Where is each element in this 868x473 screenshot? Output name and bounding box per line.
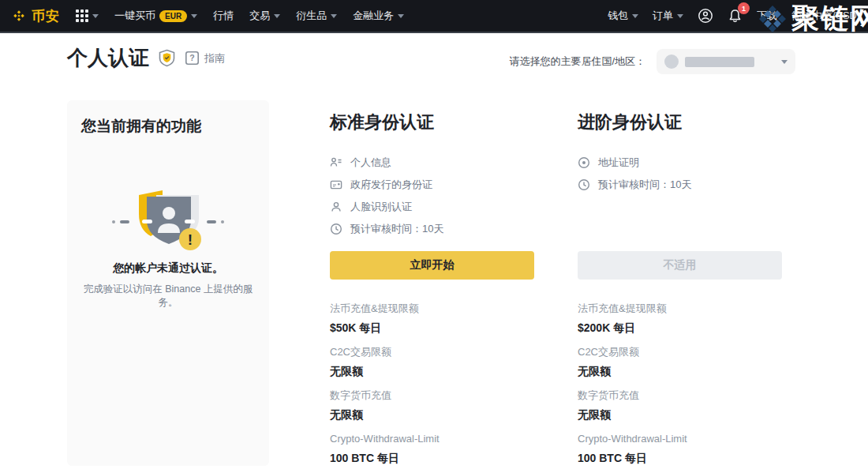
profile-button[interactable] [698, 8, 713, 24]
chevron-down-icon [191, 14, 197, 18]
svg-text:?: ? [189, 53, 194, 62]
chevron-down-icon [92, 14, 99, 18]
advanced-limits: 法币充值&提现限额 $200K 每日 C2C交易限额 无限额 数字货币充值 无限… [578, 302, 782, 473]
brand-name: 币安 [32, 7, 60, 25]
apps-menu[interactable] [76, 9, 99, 22]
residence-label: 请选择您的主要居住国/地区： [509, 54, 645, 69]
requirement-personal-info: 个人信息 [330, 152, 534, 174]
guide-link[interactable]: ? 指南 [185, 51, 225, 66]
notification-count-badge: 1 [738, 2, 750, 14]
standard-title: 标准身份认证 [330, 111, 534, 134]
chevron-down-icon [632, 14, 638, 18]
country-name-placeholder [685, 57, 754, 67]
limit-group: 数字货币充值 无限额 [330, 389, 534, 422]
limit-value: $50K 每日 [330, 321, 534, 335]
limit-group: C2C交易限额 无限额 [578, 346, 782, 378]
notifications-button[interactable]: 1 [728, 8, 743, 24]
not-applicable-button: 不适用 [578, 251, 782, 280]
standard-limits: 法币充值&提现限额 $50K 每日 C2C交易限额 无限额 数字货币充值 无限额… [330, 302, 534, 473]
limit-value: 100 BTC 每日 [578, 451, 782, 465]
face-id-icon [330, 201, 342, 213]
requirement-label: 预计审核时间：10天 [350, 222, 443, 236]
nav-item-buy-crypto[interactable]: 一键买币 EUR [114, 9, 197, 23]
page-title: 个人认证 [67, 44, 149, 72]
limit-value: $200K 每日 [578, 321, 782, 335]
current-features-card: 您当前拥有的功能 ! 您的帐户未通过认证。 完成验证以访问在 Binance 上… [67, 100, 269, 466]
nav-label: 行情 [213, 9, 234, 23]
limit-label: 法币充值&提现限额 [578, 302, 782, 315]
nav-label: 简体中文/USD [791, 9, 857, 23]
requirement-face-recognition: 人脸识别认证 [330, 196, 534, 218]
limit-label: C2C交易限额 [330, 346, 534, 359]
clock-icon [330, 223, 342, 235]
requirement-government-id: 政府发行的身份证 [330, 174, 534, 196]
account-status-title: 您的帐户未通过认证。 [67, 261, 269, 276]
person-details-icon [330, 156, 342, 169]
nav-item-download[interactable]: 下载 [757, 9, 777, 23]
top-navbar: 币安 一键买币 EUR 行情 交易 衍生品 金 [0, 0, 868, 33]
guide-label: 指南 [204, 51, 225, 66]
limit-group: 数字货币充值 无限额 [578, 389, 782, 422]
chevron-down-icon [677, 14, 683, 18]
nav-item-orders[interactable]: 订单 [653, 9, 683, 23]
limit-group: 法币充值&提现限额 $200K 每日 [578, 302, 782, 335]
verification-page: 币安 一键买币 EUR 行情 交易 衍生品 金 [0, 0, 868, 473]
currency-badge: EUR [159, 10, 187, 22]
account-status-description: 完成验证以访问在 Binance 上提供的服务。 [67, 283, 269, 310]
limit-label: C2C交易限额 [578, 346, 782, 359]
nav-item-locale[interactable]: 简体中文/USD [791, 9, 857, 23]
guide-book-icon: ? [185, 51, 200, 66]
requirement-review-time: 预计审核时间：10天 [330, 218, 534, 240]
limit-label: Crypto-Withdrawal-Limit [330, 433, 534, 445]
nav-item-trade[interactable]: 交易 [249, 9, 280, 23]
requirement-label: 个人信息 [350, 156, 391, 170]
nav-label: 交易 [249, 9, 270, 23]
advanced-title: 进阶身份认证 [578, 111, 782, 134]
nav-item-derivatives[interactable]: 衍生品 [296, 9, 337, 23]
verified-shield-icon [159, 49, 175, 67]
limit-group: Crypto-Withdrawal-Limit 100 BTC 每日 [330, 433, 534, 465]
limit-label: 数字货币充值 [578, 389, 782, 402]
limit-value: 无限额 [330, 364, 534, 378]
requirement-address-proof: 地址证明 [578, 152, 782, 174]
limit-group: C2C交易限额 无限额 [330, 346, 534, 378]
requirement-label: 政府发行的身份证 [350, 178, 432, 192]
chevron-down-icon [398, 14, 404, 18]
nav-label: 下载 [757, 9, 777, 23]
nav-label: 一键买币 [114, 9, 155, 23]
nav-label: 订单 [653, 9, 673, 23]
clock-icon [578, 178, 590, 191]
binance-logo[interactable]: 币安 [11, 7, 60, 25]
limit-group: 法币充值&提现限额 $50K 每日 [330, 302, 534, 335]
nav-item-finance[interactable]: 金融业务 [353, 9, 404, 23]
advanced-verification-section: 进阶身份认证 地址证明 预计审核时间：10天 不适用 法币充值&提现限额 [578, 111, 782, 473]
standard-verification-section: 标准身份认证 个人信息 政府发行的身份证 [330, 111, 534, 473]
limit-value: 100 BTC 每日 [330, 451, 534, 465]
nav-label: 钱包 [608, 9, 628, 23]
residence-country-select[interactable] [657, 49, 795, 74]
svg-text:!: ! [188, 231, 193, 248]
limit-value: 无限额 [578, 364, 782, 378]
requirement-label: 人脸识别认证 [350, 200, 412, 214]
flag-placeholder [664, 54, 679, 69]
location-icon [578, 156, 590, 169]
binance-diamond-icon [11, 8, 27, 24]
chevron-down-icon [331, 14, 337, 18]
limit-value: 无限额 [578, 407, 782, 422]
limit-label: 法币充值&提现限额 [330, 302, 534, 315]
limit-value: 无限额 [330, 407, 534, 422]
nav-item-wallet[interactable]: 钱包 [608, 9, 638, 23]
nav-label: 衍生品 [296, 9, 327, 23]
chevron-down-icon [274, 14, 280, 18]
limit-label: Crypto-Withdrawal-Limit [578, 433, 782, 445]
nav-item-markets[interactable]: 行情 [213, 9, 234, 23]
unverified-shield-illustration: ! [109, 189, 227, 253]
limit-group: Crypto-Withdrawal-Limit 100 BTC 每日 [578, 433, 782, 465]
apps-grid-icon [76, 9, 88, 22]
chevron-down-icon [781, 60, 788, 64]
user-profile-icon [698, 8, 713, 24]
id-card-icon [330, 178, 342, 191]
requirement-review-time: 预计审核时间：10天 [578, 174, 782, 196]
requirement-label: 预计审核时间：10天 [598, 178, 691, 192]
start-now-button[interactable]: 立即开始 [330, 251, 534, 280]
